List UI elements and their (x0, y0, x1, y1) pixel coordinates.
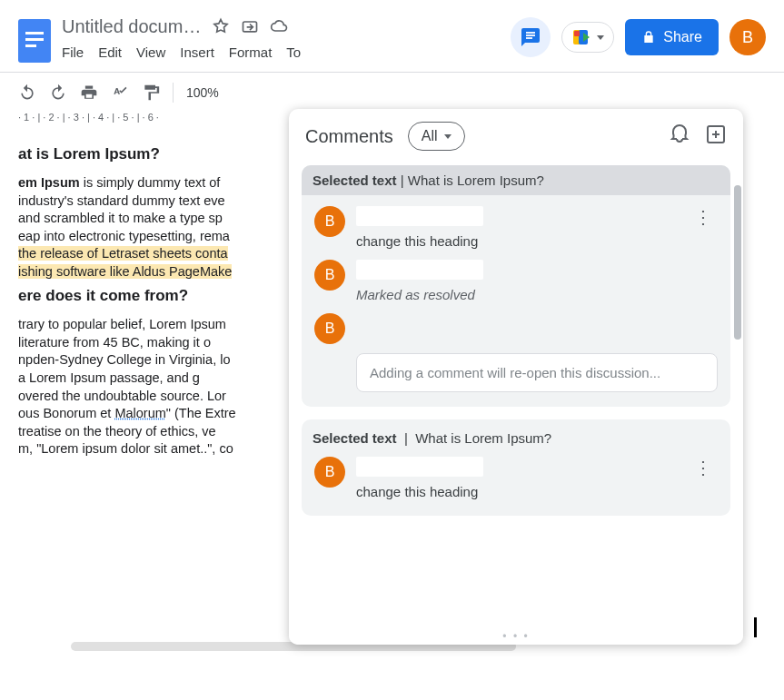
menu-format[interactable]: Format (229, 44, 273, 60)
new-comment-button[interactable] (705, 123, 727, 149)
comment-author-avatar: B (314, 313, 345, 344)
comment-thread[interactable]: Selected text | What is Lorem Ipsum? B c… (302, 419, 730, 516)
share-button[interactable]: Share (625, 19, 719, 55)
star-icon[interactable] (212, 17, 230, 35)
lock-icon (641, 30, 656, 44)
doc-text: npden-Sydney College in Virginia, lo (18, 352, 231, 367)
doc-text: overed the undoubtable source. Lor (18, 389, 226, 403)
panel-resize-handle[interactable]: • • • (502, 630, 529, 643)
selected-text-value: What is Lorem Ipsum? (408, 173, 544, 188)
doc-heading-1: at is Lorem Ipsum? (18, 144, 300, 165)
notifications-button[interactable] (669, 123, 690, 149)
doc-text: " (The Extre (166, 406, 236, 420)
document-title[interactable]: Untitled document (62, 16, 203, 37)
menu-view[interactable]: View (136, 44, 165, 60)
zoom-level[interactable]: 100% (186, 85, 219, 100)
comment-reply-input[interactable]: Adding a comment will re-open this discu… (356, 353, 718, 392)
text-cursor (754, 617, 757, 637)
doc-text: m, "Lorem ipsum dolor sit amet..", co (18, 441, 233, 456)
comment-more-menu[interactable]: ⋮ (689, 457, 718, 478)
print-button[interactable] (80, 84, 98, 102)
comment-author-meta (356, 260, 483, 280)
panel-scrollbar[interactable] (734, 185, 741, 340)
cloud-status-icon[interactable] (270, 17, 288, 35)
toolbar: 100% (0, 72, 784, 112)
doc-text: a Lorem Ipsum passage, and g (18, 370, 200, 385)
chevron-down-icon (444, 134, 452, 139)
doc-spellcheck-word: Malorum (114, 406, 165, 420)
doc-strong-text: em Ipsum (18, 175, 80, 190)
doc-text: is simply dummy text of (80, 175, 221, 190)
doc-text: eap into electronic typesetting, rema (18, 229, 230, 243)
comment-text: change this heading (356, 484, 678, 499)
docs-logo[interactable] (18, 19, 51, 63)
doc-text: ous Bonorum et (18, 406, 114, 420)
comment-author-meta (356, 457, 483, 477)
doc-highlighted-text: the release of Letraset sheets conta (18, 246, 228, 261)
comments-panel-title: Comments (305, 126, 393, 147)
menu-insert[interactable]: Insert (180, 44, 214, 60)
comments-panel: Comments All Selected text | What is Lor… (289, 109, 743, 645)
selected-text-label: Selected text (313, 430, 397, 446)
redo-button[interactable] (49, 84, 67, 102)
meet-icon (571, 28, 593, 46)
comment-text: change this heading (356, 233, 678, 249)
comment-more-menu[interactable]: ⋮ (689, 206, 718, 228)
chevron-down-icon (597, 35, 604, 40)
move-icon[interactable] (241, 17, 259, 35)
selected-text-value: What is Lorem Ipsum? (415, 430, 551, 446)
comment-author-meta (356, 206, 483, 226)
comment-status: Marked as resolved (356, 287, 718, 302)
comment-author-avatar: B (314, 206, 345, 237)
doc-text: industry's standard dummy text eve (18, 193, 225, 208)
menu-file[interactable]: File (62, 44, 84, 60)
meet-button[interactable] (561, 22, 614, 53)
account-avatar[interactable]: B (729, 19, 766, 55)
paint-format-button[interactable] (142, 84, 160, 102)
comments-filter-chip[interactable]: All (408, 122, 466, 151)
doc-highlighted-text: ishing software like Aldus PageMake (18, 264, 232, 279)
comments-filter-label: All (422, 128, 438, 144)
doc-text: literature from 45 BC, making it o (18, 335, 211, 350)
doc-text: trary to popular belief, Lorem Ipsum (18, 317, 226, 331)
undo-button[interactable] (18, 84, 36, 102)
doc-heading-2: ere does it come from? (18, 286, 300, 307)
document-body[interactable]: at is Lorem Ipsum? em Ipsum is simply du… (0, 130, 300, 464)
spellcheck-button[interactable] (111, 84, 129, 102)
menubar: File Edit View Insert Format To (62, 44, 301, 60)
doc-text: treatise on the theory of ethics, ve (18, 424, 216, 439)
open-comments-button[interactable] (511, 17, 551, 57)
menu-edit[interactable]: Edit (98, 44, 122, 60)
selected-text-label: Selected text (313, 173, 397, 188)
doc-text: and scrambled it to make a type sp (18, 211, 223, 225)
comment-author-avatar: B (314, 457, 345, 488)
share-label: Share (663, 29, 702, 45)
comment-author-avatar: B (314, 260, 345, 291)
comment-thread[interactable]: Selected text | What is Lorem Ipsum? B c… (302, 165, 730, 407)
menu-tools[interactable]: To (286, 44, 301, 60)
